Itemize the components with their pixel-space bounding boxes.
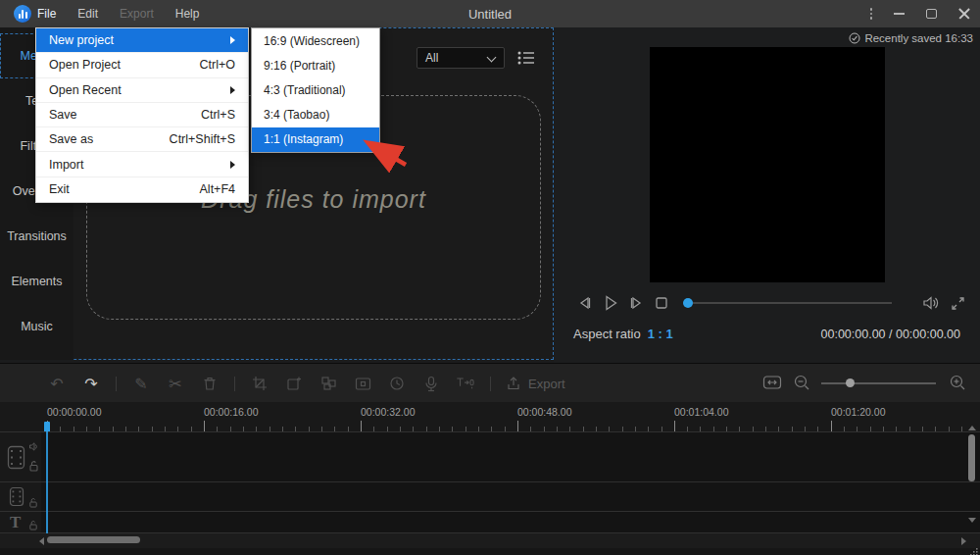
menu-item-open-recent[interactable]: Open Recent (36, 78, 248, 103)
track-lock-icon[interactable] (28, 497, 38, 508)
video-editor-window: Untitled File Edit Export Help Media Tex… (0, 0, 980, 555)
menu-item-shortcut: Ctrl+S (201, 108, 235, 122)
window-controls (870, 0, 971, 27)
duration-clock-icon[interactable] (387, 374, 407, 393)
timecode: 00:00:00.00 / 00:00:00.00 (821, 328, 961, 341)
text-track-icon: T (10, 513, 21, 532)
submenu-arrow-icon (230, 161, 235, 169)
menu-item-import[interactable]: Import (36, 152, 248, 177)
track-audio-icon[interactable] (28, 441, 39, 452)
edit-pencil-icon[interactable]: ✎ (131, 374, 151, 393)
scroll-up-arrow[interactable] (968, 426, 976, 430)
menu-item-save[interactable]: Save Ctrl+S (36, 103, 248, 127)
horizontal-scrollbar[interactable] (0, 533, 980, 548)
resize-grip-icon[interactable] (969, 547, 978, 555)
playback-slider-handle[interactable] (683, 298, 693, 308)
zoom-region-icon[interactable] (284, 374, 304, 393)
export-button[interactable]: Export (506, 376, 565, 391)
text-track-header: T (0, 512, 41, 532)
menu-help[interactable]: Help (175, 7, 200, 21)
submenu-item-1-1[interactable]: 1:1 (Instagram) (252, 127, 379, 152)
menu-edit[interactable]: Edit (77, 7, 98, 21)
horizontal-scrollbar-thumb[interactable] (47, 536, 140, 543)
menu-file[interactable]: File (37, 7, 56, 21)
toolbar-separator (490, 377, 491, 391)
pip-track[interactable] (0, 481, 980, 511)
save-status: Recently saved 16:33 (849, 32, 973, 44)
timeline: 00:00:00.00 00:00:16.00 00:00:32.00 00:0… (0, 402, 980, 555)
submenu-item-9-16[interactable]: 9:16 (Portrait) (252, 53, 379, 77)
cut-scissors-icon[interactable]: ✂ (166, 374, 185, 393)
fit-timeline-icon[interactable] (762, 374, 782, 393)
ruler-label: 00:00:32.00 (361, 406, 415, 418)
sidebar-item-transitions[interactable]: Transitions (0, 214, 74, 259)
aspect-ratio-value: 1 : 1 (648, 327, 673, 341)
freeze-frame-icon[interactable] (353, 374, 372, 393)
prev-frame-button[interactable] (576, 291, 594, 315)
video-preview[interactable] (650, 47, 885, 282)
track-lock-icon[interactable] (28, 460, 39, 472)
close-button[interactable] (958, 8, 970, 20)
video-track[interactable] (0, 431, 980, 481)
scroll-left-arrow[interactable] (39, 537, 44, 545)
list-view-icon[interactable] (516, 49, 536, 67)
check-circle-icon (849, 32, 860, 44)
media-filter-dropdown[interactable]: All (416, 47, 505, 69)
ruler-ticks (47, 420, 970, 431)
timeline-ruler[interactable]: 00:00:00.00 00:00:16.00 00:00:32.00 00:0… (0, 402, 980, 431)
submenu-arrow-icon (230, 86, 235, 94)
preview-info-row: Aspect ratio 1 : 1 00:00:00.00 / 00:00:0… (573, 327, 960, 341)
undo-icon[interactable]: ↶ (47, 374, 67, 393)
volume-icon[interactable] (921, 291, 941, 315)
text-track[interactable]: T (0, 511, 980, 533)
menu-item-label: Open Project (49, 58, 121, 72)
menu-item-label: Save as (49, 132, 93, 146)
track-lock-icon[interactable] (28, 520, 38, 530)
timeline-zoom-slider[interactable] (821, 382, 936, 384)
crop-icon[interactable] (250, 374, 270, 393)
submenu-item-4-3[interactable]: 4:3 (Traditional) (252, 77, 379, 102)
film-strip-icon (9, 486, 24, 507)
submenu-arrow-icon (230, 36, 235, 44)
menu-item-label: Open Recent (49, 83, 122, 97)
ruler-label: 00:01:20.00 (831, 406, 885, 418)
ruler-label: 00:00:48.00 (517, 406, 571, 418)
timeline-zoom-handle[interactable] (846, 378, 855, 387)
export-icon (506, 376, 521, 391)
zoom-out-icon[interactable] (793, 374, 812, 393)
more-options-icon[interactable] (870, 8, 873, 20)
minimize-button[interactable] (894, 13, 905, 15)
submenu-item-3-4[interactable]: 3:4 (Taobao) (252, 103, 379, 127)
menu-item-open-project[interactable]: Open Project Ctrl+O (36, 53, 248, 77)
submenu-item-16-9[interactable]: 16:9 (Widescreen) (252, 28, 379, 53)
next-frame-button[interactable] (627, 291, 645, 315)
export-label: Export (528, 377, 565, 391)
voiceover-mic-icon[interactable] (421, 374, 441, 393)
mosaic-icon[interactable] (318, 374, 338, 393)
scroll-down-arrow[interactable] (968, 518, 976, 523)
menu-export[interactable]: Export (120, 7, 154, 21)
media-filter-value: All (425, 51, 438, 65)
text-to-speech-icon[interactable] (456, 374, 475, 393)
menu-item-shortcut: Alt+F4 (200, 182, 235, 196)
maximize-button[interactable] (926, 9, 937, 19)
playback-slider[interactable] (683, 302, 892, 304)
fullscreen-icon[interactable] (950, 291, 966, 315)
menu-item-label: Import (49, 158, 83, 172)
menu-item-save-as[interactable]: Save as Ctrl+Shift+S (36, 127, 248, 152)
vertical-scrollbar-thumb[interactable] (968, 434, 975, 481)
sidebar-item-music[interactable]: Music (0, 304, 74, 349)
redo-icon[interactable]: ↷ (81, 374, 101, 393)
zoom-in-icon[interactable] (949, 374, 968, 393)
stop-button[interactable] (654, 291, 669, 315)
scroll-right-arrow[interactable] (961, 537, 966, 545)
sidebar-item-elements[interactable]: Elements (0, 259, 74, 304)
play-button[interactable] (601, 291, 620, 315)
menu-item-new-project[interactable]: New project (36, 28, 248, 53)
menu-item-exit[interactable]: Exit Alt+F4 (36, 177, 248, 202)
ruler-label: 00:01:04.00 (674, 406, 728, 418)
ruler-label: 00:00:00.00 (47, 406, 101, 418)
toolbar-separator (234, 377, 235, 391)
delete-trash-icon[interactable] (200, 374, 220, 393)
app-logo-icon (14, 5, 31, 23)
